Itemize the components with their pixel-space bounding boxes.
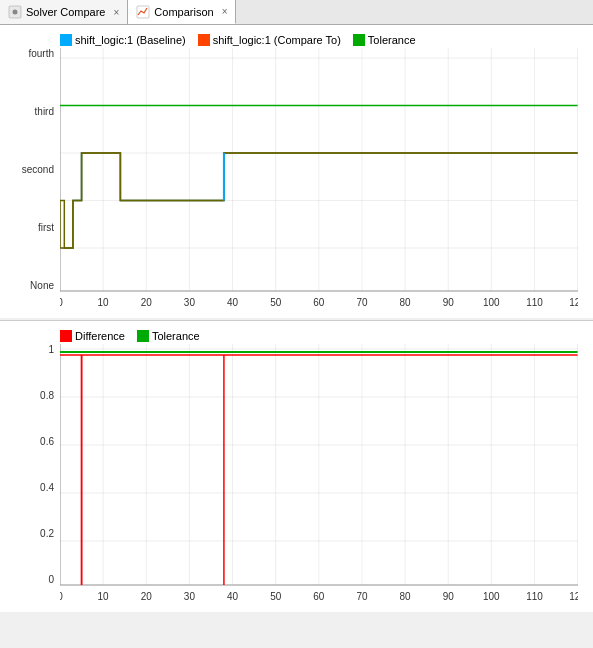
svg-text:70: 70 [356,591,368,602]
tab-comparison-label: Comparison [154,6,213,18]
legend-tolerance: Tolerance [353,34,416,46]
bottom-chart-area: Difference Tolerance 1 0.8 0.6 0.4 0.2 0 [0,320,593,612]
tab-solver-compare-label: Solver Compare [26,6,105,18]
legend-tol-bottom: Tolerance [137,330,200,342]
y-label-0: 0 [48,574,54,585]
svg-text:0: 0 [60,591,63,602]
svg-point-1 [13,10,18,15]
y-label-06: 0.6 [40,436,54,447]
svg-text:80: 80 [400,297,412,308]
legend-baseline-color [60,34,72,46]
svg-text:10: 10 [98,297,110,308]
y-label-second: second [22,164,54,175]
tab-comparison-close[interactable]: × [222,6,228,17]
svg-text:50: 50 [270,591,282,602]
top-y-axis: fourth third second first None [10,48,58,291]
svg-text:10: 10 [98,591,110,602]
y-label-02: 0.2 [40,528,54,539]
y-label-third: third [35,106,54,117]
svg-text:0: 0 [60,297,63,308]
svg-text:120: 120 [569,591,578,602]
y-label-fourth: fourth [28,48,54,59]
bottom-y-axis: 1 0.8 0.6 0.4 0.2 0 [10,344,58,585]
svg-text:30: 30 [184,297,196,308]
legend-compare-label: shift_logic:1 (Compare To) [213,34,341,46]
svg-text:80: 80 [400,591,412,602]
legend-tol-bottom-color [137,330,149,342]
legend-baseline: shift_logic:1 (Baseline) [60,34,186,46]
svg-text:110: 110 [526,297,543,308]
bottom-chart-svg: 0 10 20 30 40 50 60 70 80 90 100 110 120 [60,344,578,607]
svg-text:110: 110 [526,591,543,602]
top-chart-wrapper: fourth third second first None [10,48,578,313]
y-label-04: 0.4 [40,482,54,493]
svg-text:90: 90 [443,297,455,308]
svg-text:50: 50 [270,297,282,308]
legend-compare-color [198,34,210,46]
legend-baseline-label: shift_logic:1 (Baseline) [75,34,186,46]
svg-text:90: 90 [443,591,455,602]
y-label-none: None [30,280,54,291]
svg-text:100: 100 [483,591,500,602]
bottom-chart-legend: Difference Tolerance [5,326,588,344]
svg-text:20: 20 [141,297,153,308]
svg-text:60: 60 [313,297,325,308]
chart-icon [136,5,150,19]
bottom-chart-wrapper: 1 0.8 0.6 0.4 0.2 0 [10,344,578,607]
y-label-1: 1 [48,344,54,355]
svg-text:40: 40 [227,591,239,602]
svg-text:20: 20 [141,591,153,602]
y-label-08: 0.8 [40,390,54,401]
legend-diff-color [60,330,72,342]
legend-tolerance-label: Tolerance [368,34,416,46]
svg-text:30: 30 [184,591,196,602]
legend-diff: Difference [60,330,125,342]
tab-solver-compare-close[interactable]: × [113,7,119,18]
svg-text:70: 70 [356,297,368,308]
legend-tol-bottom-label: Tolerance [152,330,200,342]
tab-bar: Solver Compare × Comparison × [0,0,593,25]
legend-compare-to: shift_logic:1 (Compare To) [198,34,341,46]
gear-icon [8,5,22,19]
tab-comparison[interactable]: Comparison × [128,0,236,24]
svg-text:120: 120 [569,297,578,308]
svg-text:100: 100 [483,297,500,308]
legend-tolerance-color [353,34,365,46]
svg-text:60: 60 [313,591,325,602]
legend-diff-label: Difference [75,330,125,342]
top-chart-area: shift_logic:1 (Baseline) shift_logic:1 (… [0,25,593,318]
y-label-first: first [38,222,54,233]
svg-text:40: 40 [227,297,239,308]
top-chart-svg: 0 10 20 30 40 50 60 70 80 90 100 110 120 [60,48,578,313]
top-chart-legend: shift_logic:1 (Baseline) shift_logic:1 (… [5,30,588,48]
tab-solver-compare[interactable]: Solver Compare × [0,0,128,24]
